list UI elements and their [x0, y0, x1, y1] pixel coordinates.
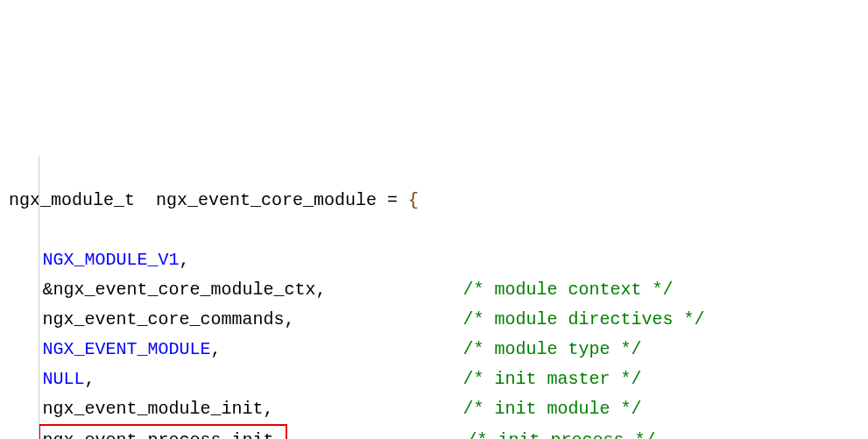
type-name: ngx_module_t: [9, 190, 135, 210]
spacer: [135, 190, 156, 210]
code-row: &ngx_event_core_module_ctx, /* module co…: [9, 275, 859, 305]
align-space: [95, 369, 462, 389]
comma: ,: [315, 280, 326, 300]
open-brace: {: [408, 190, 419, 210]
align-space: [287, 430, 466, 439]
align-space: [221, 339, 462, 359]
comment: /* module type */: [463, 339, 642, 359]
value-token: ngx_event_process_init: [42, 430, 273, 439]
comment: /* module directives */: [463, 309, 705, 329]
comment: */: [625, 430, 656, 439]
comma: ,: [273, 430, 284, 439]
indent: [9, 305, 42, 335]
indent: [9, 245, 42, 275]
indent: [9, 275, 42, 305]
value-token: NULL: [42, 369, 84, 389]
code-row: NGX_MODULE_V1,: [9, 245, 859, 275]
code-row: ngx_event_process_init, /* init process …: [9, 424, 859, 439]
align-space: [273, 399, 462, 419]
comment-highlight: init process: [498, 430, 625, 439]
align-space: [294, 309, 462, 329]
code-row: NGX_EVENT_MODULE, /* module type */: [9, 335, 859, 365]
indent: [9, 335, 42, 365]
initializer-rows: NGX_MODULE_V1, &ngx_event_core_module_ct…: [9, 245, 859, 439]
value-token: ngx_event_core_commands: [42, 309, 284, 329]
value-token: NGX_EVENT_MODULE: [42, 339, 210, 359]
code-row: ngx_event_module_init, /* init module */: [9, 394, 859, 424]
comma: ,: [179, 250, 189, 270]
value-token: &ngx_event_core_module_ctx: [42, 280, 315, 300]
comma: ,: [210, 339, 221, 359]
comma: ,: [284, 309, 294, 329]
indent-guide: [39, 156, 39, 439]
equals: =: [377, 190, 408, 210]
comment: /* init module */: [463, 399, 642, 419]
indent: [9, 365, 42, 394]
indent: [9, 394, 42, 424]
var-name: ngx_event_core_module: [156, 190, 377, 210]
comment: /* module context */: [463, 280, 674, 300]
declaration-line: ngx_module_t ngx_event_core_module = {: [9, 186, 859, 216]
code-row: ngx_event_core_commands, /* module direc…: [9, 305, 859, 335]
highlight-box: ngx_event_process_init,: [39, 424, 287, 439]
align-space: [326, 280, 462, 300]
comma: ,: [263, 399, 273, 419]
value-token: NGX_MODULE_V1: [42, 250, 179, 270]
comment: /*: [467, 430, 498, 439]
comment: /* init master */: [463, 369, 642, 389]
code-block: ngx_module_t ngx_event_core_module = { N…: [9, 126, 859, 439]
indent: [9, 426, 42, 439]
comma: ,: [84, 369, 95, 389]
value-token: ngx_event_module_init: [42, 399, 263, 419]
code-row: NULL, /* init master */: [9, 365, 859, 394]
